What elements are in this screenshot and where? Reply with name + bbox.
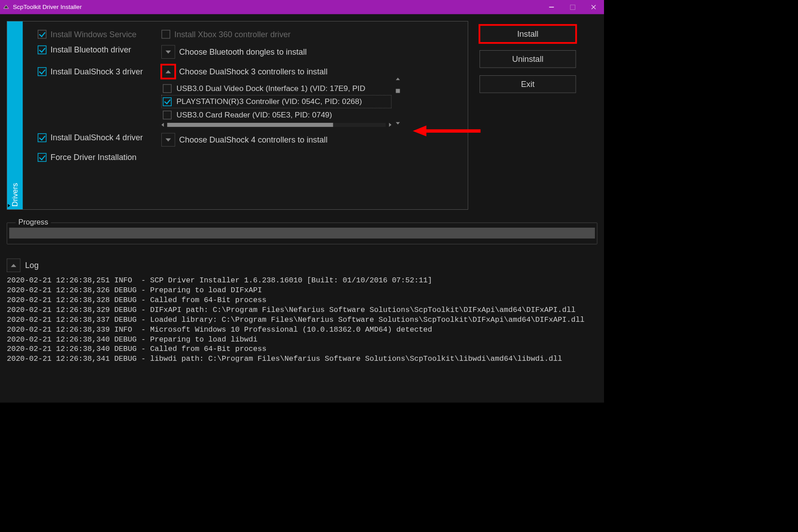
ds4-dropdown-toggle[interactable]: [161, 133, 175, 147]
device-checkbox[interactable]: [163, 84, 172, 93]
force-install-checkbox[interactable]: [38, 153, 47, 162]
install-windows-service-checkbox: [38, 30, 47, 39]
install-xbox360-label: Install Xbox 360 controller driver: [174, 30, 291, 39]
install-ds4-checkbox[interactable]: [38, 134, 47, 143]
horizontal-scrollbar[interactable]: [161, 123, 391, 127]
window-controls: [541, 0, 604, 14]
minimize-button[interactable]: [541, 0, 562, 14]
device-label: USB3.0 Card Reader (VID: 05E3, PID: 0749…: [177, 110, 332, 119]
device-item[interactable]: USB3.0 Card Reader (VID: 05E3, PID: 0749…: [161, 108, 391, 121]
bluetooth-dropdown-toggle[interactable]: [161, 45, 175, 59]
progress-label: Progress: [16, 218, 51, 227]
install-bluetooth-checkbox[interactable]: [38, 45, 47, 54]
exit-button[interactable]: Exit: [479, 75, 576, 93]
chevron-up-icon: [11, 264, 16, 267]
chevron-down-icon: [165, 138, 171, 141]
uninstall-button[interactable]: Uninstall: [479, 50, 576, 68]
install-ds4-label: Install DualShock 4 driver: [51, 133, 143, 143]
ds3-dropdown-label: Choose DualShock 3 controllers to instal…: [179, 67, 328, 76]
action-buttons: Install Uninstall Exit: [479, 21, 576, 210]
window-title: ScpToolkit Driver Installer: [13, 4, 82, 11]
device-checkbox[interactable]: [163, 97, 172, 106]
app-icon: [3, 4, 9, 10]
device-item[interactable]: USB3.0 Dual Video Dock (Interface 1) (VI…: [161, 82, 391, 95]
install-ds3-checkbox[interactable]: [38, 67, 47, 76]
scroll-down-icon: [396, 122, 400, 125]
log-toggle[interactable]: [7, 259, 20, 272]
force-install-label: Force Driver Installation: [51, 153, 137, 162]
device-item[interactable]: PLAYSTATION(R)3 Controller (VID: 054C, P…: [161, 95, 391, 108]
ds3-dropdown-toggle[interactable]: [161, 65, 175, 78]
device-label: PLAYSTATION(R)3 Controller (VID: 054C, P…: [177, 97, 362, 106]
device-checkbox[interactable]: [163, 110, 172, 119]
scroll-thumb[interactable]: [396, 89, 400, 93]
install-button[interactable]: Install: [479, 25, 576, 43]
scroll-right-icon: [389, 123, 391, 127]
progress-bar: [9, 228, 595, 238]
vertical-scrollbar[interactable]: [395, 78, 401, 124]
tab-expand-icon: [8, 204, 10, 208]
ds4-dropdown-label: Choose DualShock 4 controllers to instal…: [179, 135, 328, 144]
log-section: Log 2020-02-21 12:26:38,251 INFO - SCP D…: [7, 259, 597, 364]
scroll-thumb[interactable]: [167, 123, 333, 127]
install-windows-service-label: Install Windows Service: [51, 30, 137, 39]
drivers-panel: Drivers Install Windows Service Install …: [7, 21, 468, 210]
maximize-button[interactable]: [562, 0, 583, 14]
ds3-device-list: USB3.0 Dual Video Dock (Interface 1) (VI…: [161, 82, 391, 127]
scroll-left-icon: [161, 123, 164, 127]
log-label: Log: [25, 260, 39, 270]
install-xbox360-checkbox: [161, 30, 170, 39]
install-bluetooth-label: Install Bluetooth driver: [51, 45, 131, 55]
drivers-tab[interactable]: Drivers: [7, 22, 23, 209]
device-label: USB3.0 Dual Video Dock (Interface 1) (VI…: [177, 84, 366, 93]
close-button[interactable]: [583, 0, 604, 14]
chevron-down-icon: [165, 50, 171, 53]
titlebar[interactable]: ScpToolkit Driver Installer: [0, 0, 604, 14]
progress-section: Progress: [7, 223, 597, 244]
bluetooth-dropdown-label: Choose Bluetooth dongles to install: [179, 47, 307, 56]
drivers-tab-label: Drivers: [10, 183, 19, 207]
install-ds3-label: Install DualShock 3 driver: [51, 67, 143, 76]
chevron-up-icon: [165, 70, 171, 73]
scroll-up-icon: [396, 78, 400, 80]
log-output: 2020-02-21 12:26:38,251 INFO - SCP Drive…: [7, 276, 597, 364]
